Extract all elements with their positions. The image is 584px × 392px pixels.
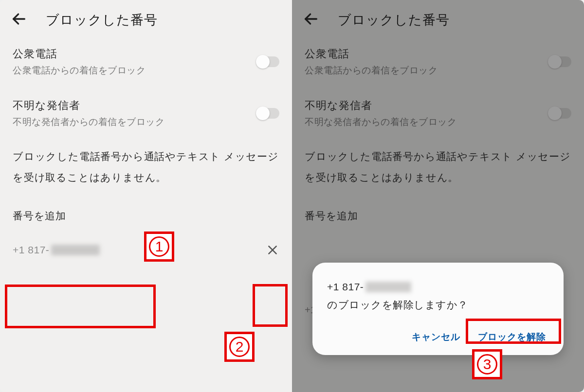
annotation-box-2 [253, 284, 288, 327]
dialog-number-prefix: +1 817- [327, 278, 364, 296]
setting-subtitle: 公衆電話からの着信をブロック [13, 64, 252, 77]
info-text: ブロックした電話番号から通話やテキスト メッセージを受け取ることはありません。 [0, 139, 292, 190]
setting-subtitle: 不明な発信者からの着信をブロック [305, 116, 544, 128]
add-number-button[interactable]: 番号を追加 [292, 190, 584, 235]
redacted-number [365, 282, 411, 292]
setting-unknown-caller[interactable]: 不明な発信者 不明な発信者からの着信をブロック [0, 88, 292, 139]
page-title: ブロックした番号 [46, 11, 158, 29]
toggle-unknown-caller[interactable] [257, 108, 279, 119]
toggle-payphone[interactable] [257, 56, 279, 67]
setting-title: 不明な発信者 [13, 98, 252, 113]
setting-title: 公衆電話 [305, 47, 544, 61]
blocked-number-text: +1 817- [13, 244, 100, 256]
blocked-number-row: +1 817- [0, 235, 292, 265]
setting-subtitle: 公衆電話からの着信をブロック [305, 64, 544, 77]
setting-subtitle: 不明な発信者からの着信をブロック [13, 116, 252, 128]
remove-number-button[interactable] [262, 239, 283, 261]
annotation-box-1 [5, 285, 156, 328]
add-number-button[interactable]: 番号を追加 [0, 190, 292, 235]
dialog-message: +1 817- のブロックを解除しますか？ [327, 278, 549, 314]
toggle-payphone[interactable] [549, 56, 571, 67]
setting-unknown-caller[interactable]: 不明な発信者 不明な発信者からの着信をブロック [292, 88, 584, 139]
redacted-number [51, 245, 100, 255]
back-arrow-icon[interactable] [11, 11, 27, 29]
app-bar: ブロックした番号 [0, 0, 292, 36]
toggle-unknown-caller[interactable] [549, 108, 571, 119]
setting-payphone[interactable]: 公衆電話 公衆電話からの着信をブロック [0, 36, 292, 88]
setting-title: 公衆電話 [13, 47, 252, 61]
unblock-button[interactable]: ブロックを解除 [477, 328, 547, 346]
annotation-marker-2: 2 [224, 332, 255, 362]
screen-blocked-numbers: ブロックした番号 公衆電話 公衆電話からの着信をブロック 不明な発信者 不明な発… [0, 0, 292, 392]
setting-title: 不明な発信者 [305, 98, 544, 113]
info-text: ブロックした電話番号から通話やテキスト メッセージを受け取ることはありません。 [292, 139, 584, 190]
dialog-actions: キャンセル ブロックを解除 [327, 328, 549, 346]
dialog-message-suffix: のブロックを解除しますか？ [327, 296, 468, 314]
cancel-button[interactable]: キャンセル [411, 328, 461, 346]
page-title: ブロックした番号 [338, 11, 450, 29]
unblock-dialog: +1 817- のブロックを解除しますか？ キャンセル ブロックを解除 [312, 263, 564, 355]
app-bar: ブロックした番号 [292, 0, 584, 36]
number-prefix: +1 817- [13, 244, 49, 256]
back-arrow-icon[interactable] [303, 11, 319, 29]
setting-payphone[interactable]: 公衆電話 公衆電話からの着信をブロック [292, 36, 584, 88]
